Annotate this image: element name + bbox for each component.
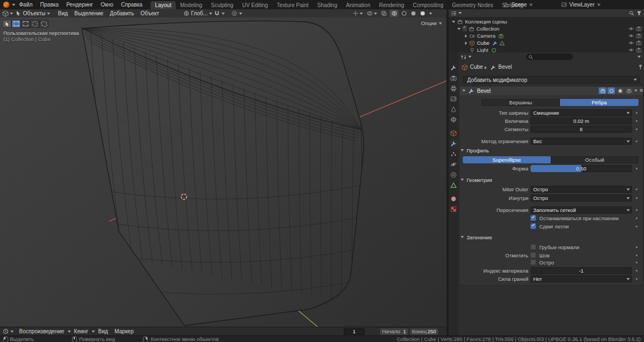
edit-mode-display-toggle[interactable]	[599, 87, 606, 94]
proportional-edit-toggle[interactable]	[231, 10, 242, 16]
loop-slide-checkbox[interactable]	[530, 223, 536, 229]
viewlayer-selector[interactable]: ViewLayer ✕	[561, 1, 601, 8]
eye-icon[interactable]	[628, 26, 634, 32]
particles-tab-icon[interactable]	[450, 151, 457, 157]
collection-checkbox[interactable]: ✓	[462, 26, 467, 31]
outliner-editor-chevron-icon[interactable]	[458, 12, 462, 14]
keying-menu[interactable]: Кеинг	[71, 328, 92, 334]
properties-filter-chevron-icon[interactable]	[637, 56, 641, 58]
workspace-tab-layout[interactable]: Layout	[151, 1, 176, 9]
timeline-editor-chevron-icon[interactable]	[10, 331, 14, 333]
intersections-dropdown[interactable]: Заполнить сеткой	[530, 207, 632, 214]
object-tab-icon[interactable]	[450, 130, 457, 137]
width-type-dropdown[interactable]: Смещение	[530, 109, 632, 116]
select-box-tool-button[interactable]	[11, 20, 21, 28]
blender-logo-icon[interactable]	[3, 2, 9, 8]
frame-end-field[interactable]: Конец 250	[410, 328, 438, 335]
add-modifier-button[interactable]: Добавить модификатор	[463, 76, 640, 84]
workspace-tab-texture-paint[interactable]: Texture Paint	[272, 1, 313, 9]
marker-menu[interactable]: Маркер	[111, 328, 137, 334]
scene-selector[interactable]: Scene ✕	[503, 1, 533, 8]
properties-editor-icon[interactable]	[461, 54, 467, 60]
outliner-editor-icon[interactable]	[451, 10, 457, 16]
bevel-tab-edges[interactable]: Рёбра	[560, 99, 639, 106]
select-menu[interactable]: Выделение	[71, 9, 106, 17]
material-shading-icon[interactable]	[410, 10, 416, 16]
editor-type-icon[interactable]	[2, 10, 9, 17]
scene-tab-icon[interactable]	[450, 106, 457, 113]
overlays-toggle[interactable]	[367, 10, 377, 16]
outliner-row-collection[interactable]: ✓ Collection	[449, 25, 644, 32]
animate-dot[interactable]	[636, 246, 637, 248]
expand-icon[interactable]	[457, 28, 461, 30]
modifier-name[interactable]: Bevel	[477, 88, 491, 94]
breadcrumb-object[interactable]: Cube	[470, 64, 483, 70]
properties-search-input[interactable]	[526, 54, 573, 60]
animate-dot[interactable]	[636, 255, 637, 256]
select-circle-mode-button[interactable]	[30, 20, 39, 28]
solid-shading-icon[interactable]	[401, 10, 407, 16]
segments-field[interactable]: 8	[530, 126, 632, 133]
mark-seam-checkbox[interactable]	[530, 252, 536, 258]
gizmo-toggle[interactable]	[353, 10, 363, 16]
outliner-row-cube[interactable]: Cube	[449, 39, 644, 46]
shading-section-header[interactable]: Затенение	[461, 233, 641, 241]
playback-menu[interactable]: Воспроизведение	[16, 328, 68, 334]
workspace-tab-geometry-nodes[interactable]: Geometry Nodes	[448, 1, 498, 9]
bevel-tab-vertices[interactable]: Вершины	[481, 99, 560, 106]
material-tab-icon[interactable]	[450, 196, 457, 202]
animate-dot[interactable]	[636, 270, 637, 272]
outliner-row-scene-collection[interactable]: Коллекция сцены	[449, 18, 644, 25]
viewport-canvas[interactable]: Пользовательская перспектива (1) Collect…	[0, 17, 446, 327]
camera-visibility-icon[interactable]	[636, 26, 642, 32]
mode-selector[interactable]: Объекты	[21, 9, 47, 17]
animate-dot[interactable]	[636, 128, 637, 130]
animate-dot[interactable]	[636, 140, 637, 142]
outliner-filter-icon[interactable]	[636, 10, 642, 16]
workspace-tab-uv-editing[interactable]: UV Editing	[238, 1, 272, 9]
outliner-row-camera[interactable]: Camera	[449, 32, 644, 39]
animate-dot[interactable]	[636, 120, 637, 122]
animate-dot[interactable]	[636, 217, 637, 219]
mode-chevron-icon[interactable]	[47, 13, 50, 15]
workspace-tab-shading[interactable]: Shading	[313, 1, 342, 9]
expand-icon[interactable]	[465, 34, 467, 38]
viewlayer-unlink-icon[interactable]: ✕	[597, 2, 601, 8]
menu-file[interactable]: Файл	[15, 0, 37, 9]
scene-unlink-icon[interactable]: ✕	[529, 2, 533, 8]
snapping-toggle[interactable]	[214, 10, 225, 16]
realtime-display-toggle[interactable]	[607, 87, 615, 94]
amount-field[interactable]: 0.02 m	[530, 117, 632, 125]
viewlayer-tab-icon[interactable]	[450, 96, 457, 102]
profile-tab-custom[interactable]: Особый	[551, 156, 639, 163]
object-menu[interactable]: Объект	[138, 9, 163, 17]
limit-method-dropdown[interactable]: Вес	[530, 138, 632, 145]
render-tab-icon[interactable]	[450, 75, 457, 81]
output-tab-icon[interactable]	[450, 85, 457, 92]
workspace-tab-rendering[interactable]: Rendering	[374, 1, 408, 9]
shape-slider[interactable]: 0.50	[530, 165, 632, 172]
pin-icon[interactable]	[637, 64, 643, 70]
animate-dot[interactable]	[636, 168, 637, 169]
eye-icon[interactable]	[628, 40, 634, 46]
shading-wireframe-button[interactable]	[390, 10, 398, 17]
xray-toggle-icon[interactable]	[381, 10, 387, 16]
constraints-tab-icon[interactable]	[450, 172, 457, 178]
world-tab-icon[interactable]	[450, 116, 457, 123]
menu-edit[interactable]: Правка	[37, 0, 63, 9]
select-lasso-mode-button[interactable]	[39, 20, 49, 28]
animate-dot[interactable]	[636, 209, 637, 211]
workspace-tab-modeling[interactable]: Modeling	[176, 1, 207, 9]
timeline-editor-icon[interactable]	[3, 328, 9, 334]
current-frame-field[interactable]: 1	[344, 328, 365, 335]
frame-start-field[interactable]: Начало 1	[380, 328, 408, 335]
rendered-shading-icon[interactable]	[420, 10, 426, 16]
expand-icon[interactable]	[452, 21, 455, 23]
geometry-section-header[interactable]: Геометрия	[461, 176, 641, 184]
animate-dot[interactable]	[636, 262, 637, 263]
tweak-tool-button[interactable]	[2, 20, 11, 28]
menu-render[interactable]: Рендеринг	[62, 0, 97, 9]
animate-dot[interactable]	[636, 226, 637, 227]
miter-outer-dropdown[interactable]: Остро	[530, 186, 632, 193]
material-index-field[interactable]: -1	[530, 267, 632, 274]
